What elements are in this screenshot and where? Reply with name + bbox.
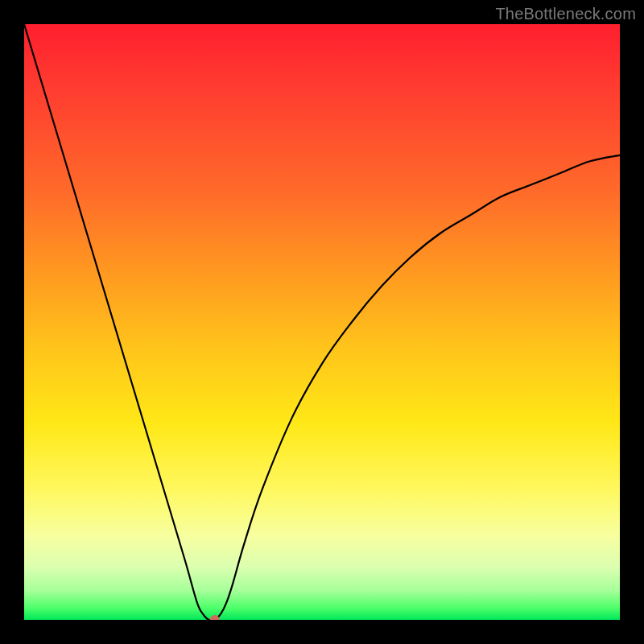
plot-area bbox=[24, 24, 620, 620]
chart-frame: TheBottleneck.com bbox=[0, 0, 644, 644]
bottleneck-curve bbox=[24, 24, 620, 620]
minimum-marker bbox=[210, 615, 220, 620]
watermark-text: TheBottleneck.com bbox=[495, 5, 636, 23]
